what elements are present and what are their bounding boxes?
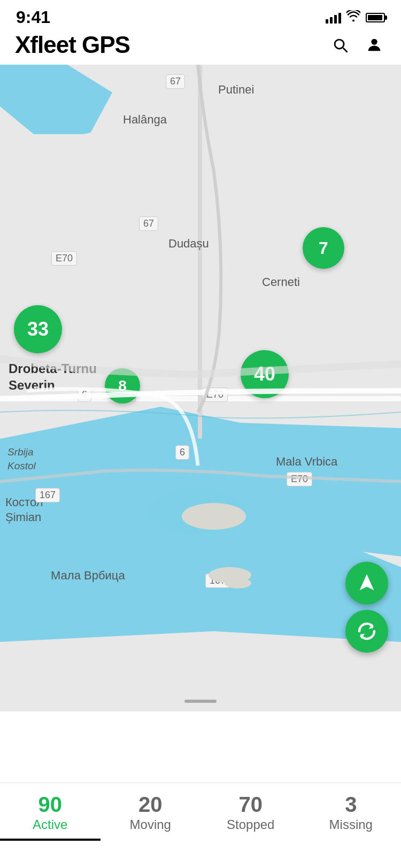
search-icon [331, 36, 349, 54]
wifi-icon [346, 10, 360, 25]
cluster-8[interactable]: 8 [105, 368, 140, 404]
battery-icon [366, 13, 385, 22]
refresh-icon [356, 620, 378, 642]
cluster-7[interactable]: 7 [303, 227, 344, 269]
tab-missing[interactable]: 3 Missing [301, 794, 402, 832]
route-e70-left: E70 [51, 251, 77, 266]
tab-active[interactable]: 90 Active [0, 794, 101, 841]
route-167-left: 167 [35, 488, 60, 502]
road-vertical-1 [198, 65, 202, 439]
status-icons [326, 10, 385, 25]
route-e70-mid: E70 [202, 387, 228, 402]
route-67-top: 67 [166, 74, 185, 89]
navigate-fab[interactable] [345, 562, 388, 604]
search-button[interactable] [328, 33, 352, 57]
map-container[interactable]: Putinei Halânga Dudașu Cerneti Drobeta-T… [0, 65, 401, 711]
river-island [182, 503, 246, 530]
missing-label: Missing [329, 817, 373, 832]
stopped-count: 70 [239, 794, 263, 815]
active-tab-indicator [0, 839, 101, 841]
water-lower [0, 535, 401, 642]
app-header: Xfleet GPS [0, 32, 401, 65]
refresh-fab[interactable] [345, 610, 388, 653]
route-6-bottom: 6 [175, 445, 189, 460]
tab-stopped[interactable]: 70 Stopped [200, 794, 301, 832]
svg-point-0 [371, 39, 377, 45]
profile-icon [365, 36, 383, 54]
moving-label: Moving [130, 817, 171, 832]
status-bar: 9:41 [0, 0, 401, 32]
drag-handle[interactable] [184, 700, 217, 703]
header-actions [328, 33, 386, 57]
river-island-3 [225, 578, 251, 588]
route-67-mid: 67 [139, 216, 158, 231]
active-count: 90 [38, 794, 63, 815]
route-6-left: 6 [78, 387, 91, 402]
bottom-tab-bar: 90 Active 20 Moving 70 Stopped 3 Missing [0, 782, 401, 868]
navigate-icon [356, 572, 377, 594]
profile-button[interactable] [363, 33, 386, 57]
moving-count: 20 [138, 794, 163, 815]
app-title: Xfleet GPS [15, 32, 130, 58]
route-e70-right: E70 [287, 472, 312, 486]
missing-count: 3 [345, 794, 357, 815]
tab-moving[interactable]: 20 Moving [101, 794, 201, 832]
cluster-33[interactable]: 33 [14, 305, 62, 353]
active-label: Active [33, 817, 67, 832]
cluster-40[interactable]: 40 [241, 350, 289, 398]
status-time: 9:41 [16, 7, 50, 27]
stopped-label: Stopped [227, 817, 274, 832]
signal-icon [326, 12, 341, 24]
